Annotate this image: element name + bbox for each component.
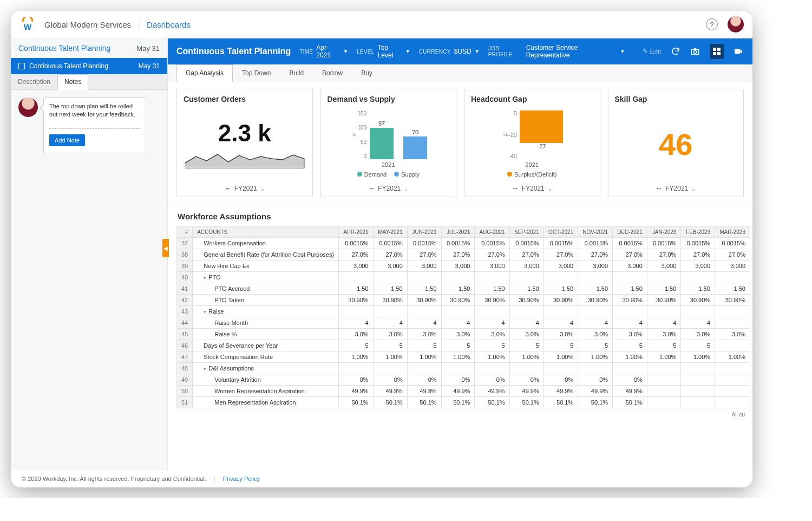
chart-legend: Demand Supply xyxy=(357,171,420,178)
table-row[interactable]: 45Raise %3.0%3.0%3.0%3.0%3.0%3.0%3.0%3.0… xyxy=(177,329,750,340)
table-row[interactable]: 38General Benefit Rate (for Attrition Co… xyxy=(177,249,750,260)
bar-chart: # 150100500 97 70 xyxy=(349,110,427,159)
assumptions-table: #AccountsApr-2021May-2021Jun-2021Jul-202… xyxy=(176,226,750,408)
sidebar: Continuous Talent Planning May 31 Contin… xyxy=(11,38,168,470)
collapse-sidebar-handle[interactable]: ◀ xyxy=(162,239,169,257)
svg-point-2 xyxy=(694,51,697,54)
sidebar-active-block[interactable]: Continuous Talent Planning May 31 xyxy=(11,58,167,74)
note-text: The top down plan will be rolled out nex… xyxy=(49,102,140,119)
tab-build[interactable]: Build xyxy=(280,64,313,82)
card-period-selector[interactable]: ↔FY2021⌄ xyxy=(471,180,593,192)
currency-selector[interactable]: CURRENCY $USD ▼ xyxy=(419,48,480,55)
content-area: ◀ Continuous Talent Planning TIME Apr-20… xyxy=(168,38,752,470)
chart-legend: Surplus/(Deficit) xyxy=(507,171,556,178)
sidebar-date: May 31 xyxy=(136,44,160,53)
table-row[interactable]: 40▾PTO xyxy=(177,272,750,283)
assumptions-table-wrap[interactable]: #AccountsApr-2021May-2021Jun-2021Jul-202… xyxy=(168,226,752,408)
grid-view-icon[interactable] xyxy=(710,44,724,59)
note-bubble: The top down plan will be rolled out nex… xyxy=(43,97,146,153)
sparkline-chart xyxy=(184,147,306,168)
table-row[interactable]: 51Men Representation Aspiration50.1%50.1… xyxy=(177,397,750,408)
breadcrumb-link[interactable]: Dashboards xyxy=(147,20,191,29)
table-row[interactable]: 50Women Representation Aspiration49.9%49… xyxy=(177,386,750,397)
card-title: Customer Orders xyxy=(184,95,306,103)
table-row[interactable]: 44Raise Month44444444444 xyxy=(177,317,750,329)
sidebar-tab-notes[interactable]: Notes xyxy=(57,74,88,90)
edit-button[interactable]: ✎ Edit xyxy=(643,48,662,55)
card-demand-vs-supply: Demand vs Supply # 150100500 97 70 2021 xyxy=(320,89,457,197)
table-row[interactable]: 47Stock Compensation Rate1.00%1.00%1.00%… xyxy=(177,351,750,363)
page-footer: © 2020 Workday, Inc. All rights reserved… xyxy=(11,470,752,487)
chevron-down-icon: ▼ xyxy=(405,49,410,54)
copyright-text: © 2020 Workday, Inc. All rights reserved… xyxy=(22,476,206,482)
chevron-down-icon: ▼ xyxy=(343,49,348,54)
table-row[interactable]: 37Workers Compensation0.0015%0.0015%0.00… xyxy=(177,238,750,249)
svg-rect-7 xyxy=(735,49,740,54)
sidebar-title[interactable]: Continuous Talent Planning xyxy=(18,44,136,53)
chevron-down-icon: ⌄ xyxy=(548,186,552,192)
notes-panel: The top down plan will be rolled out nex… xyxy=(11,90,167,161)
tenant-name: Global Modern Services xyxy=(44,20,139,29)
tab-buy[interactable]: Buy xyxy=(352,64,382,82)
tab-strip: Gap Analysis Top Down Build Borrow Buy xyxy=(168,64,752,82)
skill-gap-value: 46 xyxy=(659,127,692,162)
dashboard-header: Continuous Talent Planning TIME Apr-2021… xyxy=(168,38,752,64)
svg-text:W: W xyxy=(24,22,32,31)
card-headcount-gap: Headcount Gap # 0-20-40 -27 2021 Surplus… xyxy=(464,89,600,197)
refresh-icon[interactable] xyxy=(670,45,681,57)
bar-demand xyxy=(370,128,394,159)
user-avatar[interactable] xyxy=(728,16,744,32)
help-icon[interactable]: ? xyxy=(706,18,718,30)
arrow-left-right-icon: ↔ xyxy=(225,185,231,192)
checkbox-icon[interactable] xyxy=(18,63,25,69)
table-row[interactable]: 46Days of Severance per Year55555555555 xyxy=(177,340,750,351)
tab-borrow[interactable]: Borrow xyxy=(313,64,352,82)
bar-chart: # 0-20-40 -27 xyxy=(501,110,563,159)
svg-rect-3 xyxy=(713,48,716,51)
sidebar-block-label: Continuous Talent Planning xyxy=(29,62,139,70)
table-row[interactable]: 49Voluntary Attrition0%0%0%0%0%0%0%0%0% xyxy=(177,374,750,386)
svg-rect-1 xyxy=(692,49,699,55)
tab-gap-analysis[interactable]: Gap Analysis xyxy=(176,64,233,82)
chevron-down-icon: ▼ xyxy=(620,49,625,54)
privacy-policy-link[interactable]: Privacy Policy xyxy=(223,476,260,482)
svg-rect-6 xyxy=(717,52,721,55)
svg-rect-4 xyxy=(717,48,721,51)
card-period-selector[interactable]: ↔FY2021⌄ xyxy=(184,180,306,192)
bar-supply xyxy=(403,136,427,159)
table-row[interactable]: 48▾D&I Assumptions xyxy=(177,363,750,374)
chevron-down-icon: ⌄ xyxy=(691,186,696,192)
card-period-selector[interactable]: ↔FY2021⌄ xyxy=(328,180,450,192)
card-period-selector[interactable]: ↔FY2021⌄ xyxy=(615,180,737,192)
sidebar-block-date: May 31 xyxy=(139,62,160,70)
present-icon[interactable] xyxy=(732,45,744,57)
top-bar: W Global Modern Services Dashboards ? xyxy=(11,11,752,38)
table-row[interactable]: 39New Hire Cap Ex3,0003,0003,0003,0003,0… xyxy=(177,260,750,272)
dashboard-title: Continuous Talent Planning xyxy=(176,47,291,56)
chevron-down-icon: ▼ xyxy=(475,49,480,54)
chevron-down-icon: ⌄ xyxy=(260,186,265,192)
customer-orders-value: 2.3 k xyxy=(218,120,271,147)
table-row[interactable]: 43▾Raise xyxy=(177,306,750,317)
kpi-cards: Customer Orders 2.3 k ↔FY2021⌄ Demand vs… xyxy=(168,82,752,204)
arrow-left-right-icon: ↔ xyxy=(656,185,662,192)
table-footer-note: All cu xyxy=(168,408,752,418)
sidebar-tabs: Description Notes xyxy=(11,74,167,90)
note-divider xyxy=(49,128,140,129)
table-row[interactable]: 41PTO Accrued1.501.501.501.501.501.501.5… xyxy=(177,283,750,295)
time-selector[interactable]: TIME Apr-2021 ▼ xyxy=(299,44,348,59)
sidebar-tab-description[interactable]: Description xyxy=(11,74,57,89)
card-skill-gap: Skill Gap 46 ↔FY2021⌄ xyxy=(608,89,744,197)
table-row[interactable]: 42PTO Taken30.90%30.90%30.90%30.90%30.90… xyxy=(177,295,750,306)
add-note-button[interactable]: Add Note xyxy=(49,134,85,146)
arrow-left-right-icon: ↔ xyxy=(368,185,375,192)
workday-logo-icon[interactable]: W xyxy=(19,16,36,32)
camera-icon[interactable] xyxy=(690,45,701,57)
job-profile-selector[interactable]: JOB PROFILE Customer Service Representat… xyxy=(488,44,625,59)
card-title: Demand vs Supply xyxy=(328,95,450,103)
arrow-left-right-icon: ↔ xyxy=(512,185,519,192)
tab-top-down[interactable]: Top Down xyxy=(233,64,280,82)
level-selector[interactable]: LEVEL Top Level ▼ xyxy=(357,44,410,59)
pencil-icon: ✎ xyxy=(643,48,648,55)
card-customer-orders: Customer Orders 2.3 k ↔FY2021⌄ xyxy=(176,89,313,197)
